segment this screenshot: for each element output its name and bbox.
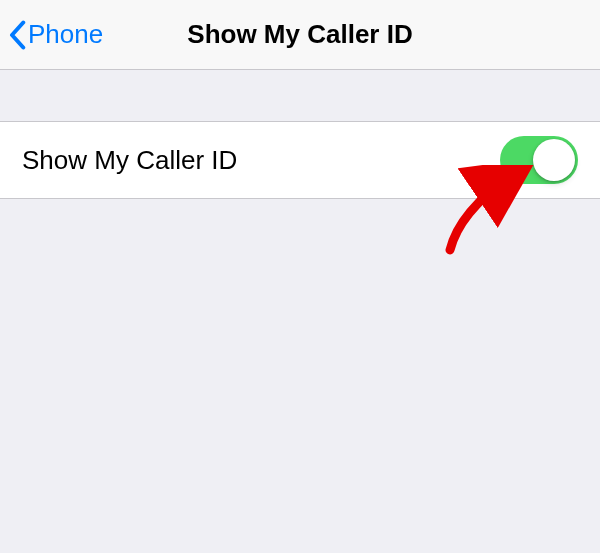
caller-id-row: Show My Caller ID bbox=[0, 122, 600, 198]
caller-id-toggle[interactable] bbox=[500, 136, 578, 184]
page-title: Show My Caller ID bbox=[187, 19, 412, 50]
back-button[interactable]: Phone bbox=[8, 19, 103, 50]
nav-bar: Phone Show My Caller ID bbox=[0, 0, 600, 70]
toggle-knob bbox=[533, 139, 575, 181]
chevron-left-icon bbox=[8, 20, 26, 50]
back-button-label: Phone bbox=[28, 19, 103, 50]
caller-id-label: Show My Caller ID bbox=[22, 145, 237, 176]
section-spacer bbox=[0, 70, 600, 121]
settings-section: Show My Caller ID bbox=[0, 121, 600, 199]
